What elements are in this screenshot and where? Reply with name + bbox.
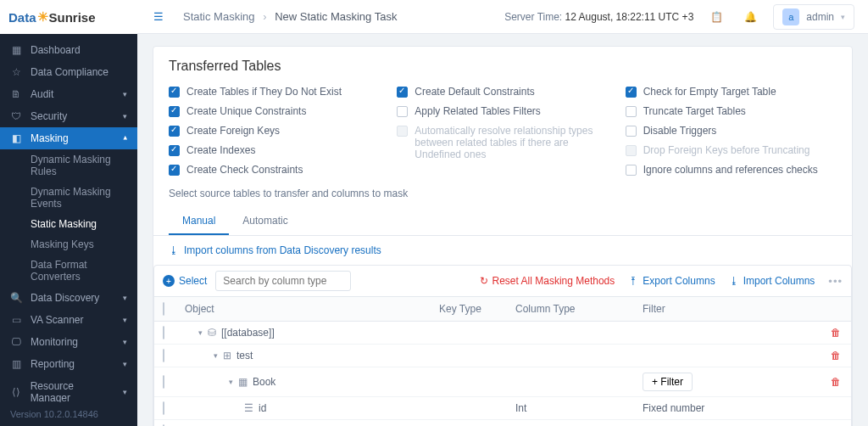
clipboard-icon[interactable]: 📋	[705, 6, 727, 28]
option-label: Create Indexes	[186, 144, 255, 156]
option-label: Create Check Constraints	[186, 164, 303, 176]
refresh-icon: ↻	[480, 275, 488, 287]
plus-circle-icon: +	[163, 275, 175, 287]
option-label: Apply Related Tables Filters	[415, 105, 541, 117]
sidebar-item-discovery[interactable]: 🔍Data Discovery▾	[0, 287, 137, 309]
delete-icon[interactable]: 🗑	[831, 376, 841, 388]
checkbox[interactable]	[626, 87, 637, 98]
mask-icon: ◧	[10, 132, 22, 144]
table-icon: ▦	[238, 376, 248, 388]
option-row: Create Default Constraints	[397, 86, 608, 98]
sidebar-item-compliance[interactable]: ☆Data Compliance	[0, 61, 137, 83]
sidebar: Data☀Sunrise ▦Dashboard ☆Data Compliance…	[0, 0, 137, 426]
delete-icon[interactable]: 🗑	[831, 327, 841, 339]
checkbox[interactable]	[169, 165, 180, 176]
breadcrumb: Static Masking › New Static Masking Task	[183, 10, 397, 23]
sidebar-item-audit[interactable]: 🗎Audit▾	[0, 83, 137, 105]
code-icon: ⟨⟩	[10, 386, 22, 398]
tab-automatic[interactable]: Automatic	[229, 208, 301, 235]
table-body: ▾⛁[[database]] 🗑 ▾⊞test 🗑	[154, 322, 851, 427]
option-label: Drop Foreign Keys before Truncating	[643, 144, 810, 156]
col-filter: Filter	[634, 297, 821, 322]
chevron-down-icon: ▾	[123, 294, 127, 302]
collapse-sidebar-button[interactable]: ☰	[147, 6, 170, 28]
caret-icon[interactable]: ▾	[229, 378, 233, 386]
import-discovery-link[interactable]: ⭳ Import columns from Data Discovery res…	[169, 244, 837, 256]
caret-icon[interactable]: ▾	[214, 351, 218, 360]
option-row: Truncate Target Tables	[626, 105, 837, 117]
schema-icon: ⊞	[223, 350, 231, 362]
sidebar-item-resource[interactable]: ⟨⟩Resource Manager▾	[0, 375, 137, 402]
server-time: Server Time: 12 August, 18:22:11 UTC +3	[504, 11, 693, 23]
checkbox-header[interactable]	[163, 302, 164, 316]
scan-icon: ▭	[10, 314, 22, 326]
chevron-down-icon: ▾	[841, 13, 845, 21]
table-row: ▾▦Book + Filter 🗑	[154, 367, 851, 397]
select-button[interactable]: + Select	[163, 275, 207, 287]
checkbox[interactable]	[397, 106, 408, 117]
download-icon: ⭳	[729, 275, 739, 287]
checkbox[interactable]	[626, 165, 637, 176]
import-columns-link[interactable]: ⭳ Import Columns	[729, 275, 815, 287]
upload-icon: ⭱	[628, 275, 638, 287]
option-label: Create Default Constraints	[415, 86, 534, 98]
checkbox[interactable]	[169, 106, 180, 117]
row-checkbox[interactable]	[163, 401, 164, 415]
row-checkbox[interactable]	[163, 326, 164, 339]
hint-text: Select source tables to transfer and col…	[169, 188, 837, 199]
chevron-down-icon: ▾	[123, 360, 127, 368]
caret-icon[interactable]: ▾	[198, 328, 203, 337]
more-menu[interactable]: •••	[828, 275, 843, 288]
row-checkbox[interactable]	[163, 349, 164, 362]
user-menu[interactable]: a admin ▾	[773, 4, 854, 30]
sub-format-converters[interactable]: Data Format Converters	[0, 255, 137, 287]
sub-dynamic-events[interactable]: Dynamic Masking Events	[0, 182, 137, 214]
option-row: Create Tables if They Do Not Exist	[169, 86, 380, 98]
chevron-down-icon: ▾	[123, 338, 127, 346]
table-row: ☰id Int Fixed number	[154, 397, 851, 420]
file-icon: 🗎	[10, 88, 22, 100]
sidebar-item-monitoring[interactable]: 🖵Monitoring▾	[0, 331, 137, 353]
sidebar-item-reporting[interactable]: ▥Reporting▾	[0, 353, 137, 375]
dashboard-icon: ▦	[10, 44, 22, 56]
option-label: Truncate Target Tables	[643, 105, 746, 117]
option-label: Disable Triggers	[643, 125, 717, 137]
topbar: ☰ Static Masking › New Static Masking Ta…	[137, 0, 868, 34]
checkbox[interactable]	[169, 145, 180, 156]
columns-table: Object Key Type Column Type Filter ▾⛁[[d…	[154, 297, 851, 426]
checkbox[interactable]	[397, 87, 408, 98]
option-label: Check for Empty Target Table	[643, 86, 776, 98]
col-object: Object	[176, 297, 431, 322]
database-icon: ⛁	[208, 327, 216, 339]
option-row: Automatically resolve relationship types…	[397, 125, 608, 160]
add-filter-button[interactable]: + Filter	[643, 373, 693, 391]
checkbox[interactable]	[169, 87, 180, 98]
export-columns-link[interactable]: ⭱ Export Columns	[628, 275, 715, 287]
bell-icon[interactable]: 🔔	[739, 6, 761, 28]
row-checkbox[interactable]	[163, 375, 164, 389]
sub-dynamic-rules[interactable]: Dynamic Masking Rules	[0, 149, 137, 182]
checkbox[interactable]	[626, 106, 637, 117]
option-row: Create Check Constraints	[169, 164, 380, 176]
breadcrumb-current: New Static Masking Task	[275, 10, 397, 23]
search-input[interactable]	[215, 271, 351, 291]
sidebar-item-vascanner[interactable]: ▭VA Scanner▾	[0, 309, 137, 331]
sidebar-item-dashboard[interactable]: ▦Dashboard	[0, 39, 137, 61]
checkbox[interactable]	[169, 126, 180, 137]
reset-methods-link[interactable]: ↻ Reset All Masking Methods	[480, 275, 615, 287]
sub-static-masking[interactable]: Static Masking	[0, 214, 137, 234]
sidebar-item-security[interactable]: 🛡Security▾	[0, 105, 137, 127]
options-col-2: Create Default ConstraintsApply Related …	[397, 86, 608, 176]
breadcrumb-static[interactable]: Static Masking	[183, 10, 255, 23]
chart-icon: ▥	[10, 358, 22, 370]
option-row: Check for Empty Target Table	[626, 86, 837, 98]
download-icon: ⭳	[169, 244, 179, 256]
search-icon: 🔍	[10, 292, 22, 304]
chevron-down-icon: ▾	[123, 112, 127, 121]
delete-icon[interactable]: 🗑	[831, 350, 841, 362]
sub-masking-keys[interactable]: Masking Keys	[0, 234, 137, 255]
options-col-1: Create Tables if They Do Not ExistCreate…	[169, 86, 380, 176]
tab-manual[interactable]: Manual	[169, 208, 229, 235]
sidebar-item-masking[interactable]: ◧Masking▾	[0, 127, 137, 149]
checkbox[interactable]	[626, 126, 637, 137]
